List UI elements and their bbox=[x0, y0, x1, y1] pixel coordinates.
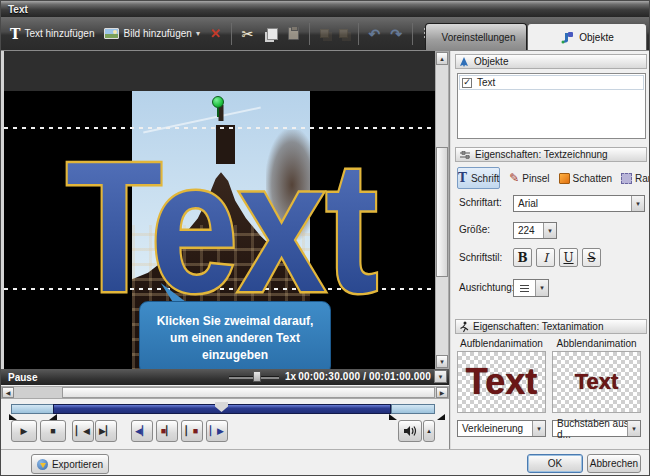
add-text-label: Text hinzufügen bbox=[24, 28, 94, 39]
align-label: Ausrichtung: bbox=[459, 282, 515, 293]
playback-controls: ▶ ■ ▏◀ ▶▏ ◀▏ ■▏ ▏■ ▏▶ bbox=[1, 418, 449, 444]
volume-button[interactable] bbox=[398, 420, 422, 442]
tab-pinsel-label: Pinsel bbox=[522, 173, 549, 184]
tab-label: Voreinstellungen bbox=[442, 32, 516, 43]
font-select[interactable]: Arial ▾ bbox=[513, 195, 645, 212]
size-select[interactable]: 224 ▾ bbox=[513, 222, 557, 239]
list-item[interactable]: ✓ Text bbox=[459, 75, 644, 90]
scroll-down-icon[interactable]: ▾ bbox=[436, 355, 448, 368]
tab-pinsel[interactable]: ✎ Pinsel bbox=[509, 171, 549, 185]
next-frame-arrow: ▶ bbox=[99, 426, 106, 436]
undo-icon: ↶ bbox=[369, 26, 381, 42]
redo-icon: ↷ bbox=[390, 26, 402, 42]
ok-label: OK bbox=[548, 458, 562, 469]
chevron-down-icon[interactable]: ▾ bbox=[535, 280, 548, 296]
fade-in-animation-preview[interactable]: Text bbox=[457, 351, 546, 413]
rotation-handle[interactable] bbox=[212, 96, 224, 108]
align-row: Ausrichtung: bbox=[459, 282, 515, 293]
video-preview[interactable]: Text Klicken Sie zweimal darauf, um eine… bbox=[1, 51, 435, 371]
redo-button[interactable]: ↷ bbox=[385, 23, 407, 45]
fade-in-animation-select[interactable]: Verkleinerung ▾ bbox=[457, 420, 546, 437]
chevron-down-icon[interactable]: ▾ bbox=[543, 223, 556, 238]
tab-voreinstellungen[interactable]: Voreinstellungen bbox=[425, 23, 527, 50]
vertical-scrollbar-thumb[interactable] bbox=[436, 147, 448, 277]
go-to-start-marker-button[interactable]: ◀▏ bbox=[131, 420, 153, 442]
rotation-handle-stem bbox=[217, 108, 219, 117]
preview-vertical-scrollbar[interactable]: ▴ ▾ bbox=[435, 51, 449, 369]
fade-in-region[interactable] bbox=[11, 404, 55, 414]
export-icon bbox=[37, 459, 48, 470]
export-button[interactable]: Exportieren bbox=[31, 454, 109, 474]
bring-forward-button[interactable] bbox=[315, 26, 334, 41]
text-icon: T bbox=[10, 26, 20, 42]
scroll-right-icon[interactable]: ▶ bbox=[436, 387, 448, 398]
set-fade-in-button[interactable]: ■▏ bbox=[156, 420, 178, 442]
dialog-footer: Exportieren OK Abbrechen bbox=[1, 449, 650, 476]
fade-out-animation-preview[interactable]: Text bbox=[552, 351, 641, 413]
style-row: Schriftstil: bbox=[459, 252, 502, 263]
playback-status: Pause bbox=[8, 372, 37, 383]
chevron-down-icon[interactable]: ▾ bbox=[631, 196, 644, 211]
tab-objekte[interactable]: Objekte bbox=[527, 23, 647, 50]
align-select[interactable]: ▾ bbox=[513, 279, 549, 297]
scroll-left-icon[interactable]: ◀ bbox=[2, 387, 14, 398]
tab-rand[interactable]: Rand bbox=[621, 173, 650, 184]
next-frame-button[interactable]: ▶▏ bbox=[95, 420, 117, 442]
tab-schatten[interactable]: Schatten bbox=[559, 173, 612, 184]
cancel-button[interactable]: Abbrechen bbox=[587, 454, 641, 473]
speed-slider-thumb[interactable] bbox=[253, 371, 261, 382]
copy-icon bbox=[267, 28, 278, 40]
video-letterbox bbox=[4, 51, 435, 91]
add-text-button[interactable]: T Text hinzufügen bbox=[5, 23, 99, 45]
objects-list[interactable]: ✓ Text bbox=[457, 73, 646, 139]
horizontal-scrollbar-thumb[interactable] bbox=[62, 387, 435, 398]
previous-frame-button[interactable]: ▏◀ bbox=[72, 420, 94, 442]
objects-section-header: Objekte bbox=[455, 54, 647, 69]
stop-button[interactable]: ■ bbox=[40, 420, 66, 442]
clipboard-icon bbox=[288, 27, 299, 40]
play-icon: ▶ bbox=[21, 426, 28, 436]
paste-button[interactable] bbox=[283, 24, 304, 43]
cut-button[interactable]: ✂ bbox=[237, 23, 259, 45]
animation-icon bbox=[459, 321, 469, 333]
text-overlay-object[interactable]: Text bbox=[42, 143, 402, 313]
play-button[interactable]: ▶ bbox=[11, 420, 37, 442]
preview-horizontal-scrollbar[interactable]: ◀ ▶ bbox=[1, 386, 449, 399]
volume-popup-button[interactable]: ▴ bbox=[423, 420, 435, 442]
titlebar[interactable]: Text bbox=[1, 1, 650, 17]
fade-out-region[interactable] bbox=[391, 404, 435, 414]
tab-schatten-label: Schatten bbox=[573, 173, 612, 184]
speaker-icon bbox=[403, 425, 417, 437]
overlay-text[interactable]: Text bbox=[66, 143, 378, 313]
fade-out-animation-select[interactable]: Buchstaben aus d... ▾ bbox=[552, 420, 641, 437]
time-display-menu-button[interactable]: ▾ bbox=[434, 370, 447, 383]
strikethrough-button[interactable]: S bbox=[582, 248, 601, 267]
ok-button[interactable]: OK bbox=[527, 454, 583, 473]
chevron-down-icon[interactable]: ▾ bbox=[532, 421, 545, 436]
copy-button[interactable] bbox=[259, 25, 283, 43]
chevron-down-icon: ▾ bbox=[196, 29, 200, 38]
italic-button[interactable]: I bbox=[536, 248, 555, 267]
size-value: 224 bbox=[518, 225, 535, 236]
text-property-tabs: T Schrift ✎ Pinsel Schatten Rand bbox=[457, 166, 647, 190]
selection-top-guide bbox=[4, 127, 435, 129]
undo-button[interactable]: ↶ bbox=[364, 23, 386, 45]
tab-schrift[interactable]: T Schrift bbox=[457, 167, 500, 189]
scroll-up-icon[interactable]: ▴ bbox=[436, 52, 448, 65]
chevron-down-icon[interactable]: ▾ bbox=[627, 421, 640, 436]
bold-button[interactable]: B bbox=[513, 248, 532, 267]
underline-button[interactable]: U bbox=[559, 248, 578, 267]
delete-object-button[interactable]: ✕ bbox=[205, 23, 226, 44]
add-image-button[interactable]: Bild hinzufügen ▾ bbox=[99, 25, 204, 42]
trim-timeline[interactable] bbox=[1, 401, 449, 418]
go-to-end-marker-button[interactable]: ▏▶ bbox=[206, 420, 228, 442]
edit-hint-tooltip: Klicken Sie zweimal darauf, um einen and… bbox=[139, 301, 331, 371]
delete-icon: ✕ bbox=[210, 26, 221, 41]
add-image-label: Bild hinzufügen bbox=[123, 28, 191, 39]
send-backward-button[interactable] bbox=[334, 26, 353, 41]
style-label: Schriftstil: bbox=[459, 252, 502, 263]
text-properties-header: Eigenschaften: Textzeichnung bbox=[455, 147, 647, 162]
tab-rand-label: Rand bbox=[635, 173, 650, 184]
checkbox-checked-icon[interactable]: ✓ bbox=[462, 78, 472, 88]
set-fade-out-button[interactable]: ▏■ bbox=[181, 420, 203, 442]
